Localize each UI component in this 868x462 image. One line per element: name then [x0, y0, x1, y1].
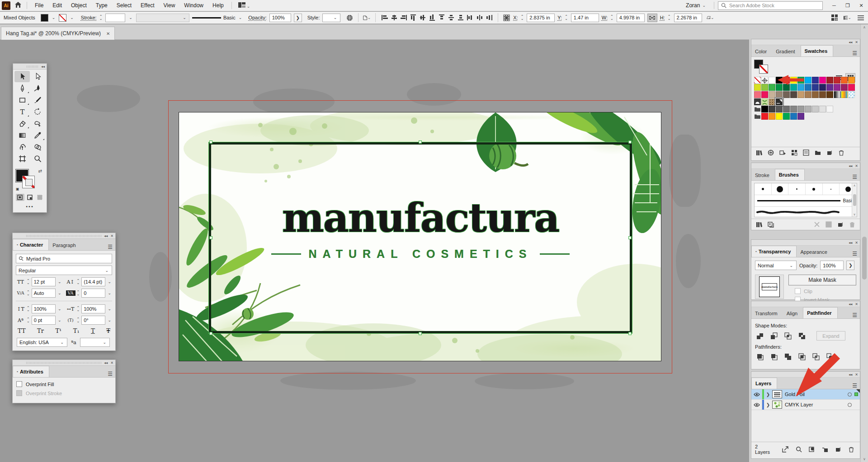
- layer-name[interactable]: Gold Foil: [785, 392, 848, 397]
- font-family-field[interactable]: Myriad Pro: [16, 254, 112, 263]
- swatch-grad-bw[interactable]: [834, 91, 840, 98]
- arrange-documents-icon[interactable]: ⌄: [844, 14, 851, 22]
- w-input[interactable]: 4.9978 in: [617, 14, 645, 22]
- swatch-00a651[interactable]: [783, 113, 790, 120]
- menu-view[interactable]: View: [160, 1, 179, 10]
- swatch-652d90[interactable]: [826, 84, 833, 91]
- object-thumbnail[interactable]: manufactura: [755, 275, 784, 299]
- horizontal-scale-field[interactable]: ↔T⌃⌄100%⌄: [66, 304, 113, 313]
- close-icon[interactable]: ✕: [110, 361, 113, 365]
- swatch-00a99d[interactable]: [790, 84, 797, 91]
- make-clipping-mask-icon[interactable]: [807, 445, 816, 453]
- swatch-2b3990[interactable]: [812, 84, 819, 91]
- swatch-cacaca[interactable]: [812, 106, 819, 112]
- delete-layer-icon[interactable]: [847, 445, 856, 453]
- dist-hleft-icon[interactable]: [466, 14, 474, 22]
- home-icon[interactable]: [15, 2, 21, 9]
- close-icon[interactable]: ✕: [855, 373, 858, 377]
- libraries-panel-icon[interactable]: [766, 220, 776, 229]
- tab-pathfinder[interactable]: Pathfinder: [803, 307, 837, 318]
- gradient-tool[interactable]: [14, 130, 30, 141]
- blend-mode-dropdown[interactable]: Normal⌄: [755, 261, 797, 270]
- swatch-9e1f63[interactable]: [841, 84, 848, 91]
- dist-vtop-icon[interactable]: [437, 14, 446, 22]
- swatch-e1e1e1[interactable]: [819, 106, 826, 112]
- new-brush-icon[interactable]: [835, 220, 845, 229]
- h-stepper[interactable]: ⌃⌄: [668, 15, 671, 20]
- new-sublayer-icon[interactable]: [820, 445, 830, 453]
- swatch-checker[interactable]: [848, 91, 855, 98]
- h-input[interactable]: 2.2678 in: [674, 14, 702, 22]
- swatch-6e6e6e[interactable]: [783, 106, 790, 112]
- swatch-fff200[interactable]: [790, 77, 797, 84]
- default-fill-stroke-icon[interactable]: ▣: [16, 187, 19, 191]
- x-input[interactable]: 2.8375 in: [527, 14, 555, 22]
- swatch-c69c6d[interactable]: [797, 91, 804, 98]
- swatch-f5f5f5[interactable]: [826, 106, 833, 112]
- close-icon[interactable]: ✕: [855, 40, 858, 44]
- close-document-icon[interactable]: ✕: [106, 31, 110, 36]
- swatch-009444[interactable]: [776, 84, 783, 91]
- swatch-folder[interactable]: [754, 106, 761, 112]
- opacity-label[interactable]: Opacity:: [248, 15, 266, 20]
- expand-layer-icon[interactable]: ❯: [764, 392, 772, 397]
- layer-row-gold-foil[interactable]: ❯ Gold Foil: [751, 389, 860, 400]
- fill-color-swatch[interactable]: [41, 14, 48, 22]
- zoom-tool[interactable]: [30, 153, 45, 164]
- eraser-tool[interactable]: [14, 118, 30, 129]
- menu-effect[interactable]: Effect: [137, 1, 158, 10]
- trim-button[interactable]: [769, 352, 779, 361]
- align-top-icon[interactable]: [409, 14, 417, 22]
- swatch-000000[interactable]: [761, 106, 768, 112]
- direct-selection-tool[interactable]: [30, 71, 45, 82]
- globe-icon[interactable]: [346, 14, 354, 22]
- menu-edit[interactable]: Edit: [48, 1, 66, 10]
- tracking-field[interactable]: VA⌃⌄0⌄: [66, 289, 113, 298]
- close-icon[interactable]: ✕: [855, 241, 858, 245]
- swatch-00aeef[interactable]: [805, 77, 811, 84]
- align-right-icon[interactable]: [399, 14, 408, 22]
- restore-button[interactable]: ❐: [841, 0, 854, 11]
- minimize-button[interactable]: ─: [827, 0, 841, 11]
- swatch-9e1f24[interactable]: [826, 77, 833, 84]
- unite-button[interactable]: [755, 331, 765, 341]
- brush-definition-dropdown[interactable]: Basic ⌄: [192, 15, 243, 20]
- swatch-26a9e0[interactable]: [797, 84, 804, 91]
- swatch-pat-dome[interactable]: [754, 98, 761, 105]
- swatch-ed1c24[interactable]: [761, 113, 768, 120]
- chevron-down-icon[interactable]: ⌄: [69, 15, 75, 20]
- collapse-icon[interactable]: ◂◂: [104, 234, 108, 238]
- edit-toolbar-more-icon[interactable]: •••: [13, 201, 47, 212]
- tab-transparency[interactable]: ⬩Transparency: [751, 246, 797, 257]
- panel-menu-icon[interactable]: ☰: [849, 383, 860, 389]
- canvas[interactable]: manufactura NATURAL COSMETICS ◂◂ T: [0, 40, 749, 462]
- swatch-2e3192[interactable]: [812, 77, 819, 84]
- swatch-reg[interactable]: [761, 77, 768, 84]
- calligraphic-brush[interactable]: [823, 183, 840, 195]
- swatch-f26522[interactable]: [841, 77, 848, 84]
- shaper-tool[interactable]: [30, 118, 45, 129]
- menu-object[interactable]: Object: [67, 1, 91, 10]
- opacity-input[interactable]: 100%: [820, 261, 844, 270]
- swatch-39b54a[interactable]: [769, 84, 775, 91]
- tab-stroke[interactable]: Stroke: [751, 170, 775, 180]
- tab-transform[interactable]: Transform: [751, 308, 783, 318]
- small-caps-button[interactable]: Tr: [37, 327, 44, 334]
- panel-menu-icon[interactable]: ☰: [105, 244, 115, 250]
- paintbrush-tool[interactable]: [30, 94, 45, 106]
- x-stepper[interactable]: ⌃⌄: [521, 15, 524, 20]
- stroke-weight-stepper[interactable]: ⌃⌄: [99, 15, 103, 20]
- selection-tool[interactable]: [14, 71, 30, 82]
- y-stepper[interactable]: ⌃⌄: [565, 15, 568, 20]
- dist-vcenter-icon[interactable]: [447, 14, 455, 22]
- charcoal-brush-row[interactable]: [755, 207, 857, 217]
- layer-target-icon[interactable]: [848, 403, 852, 407]
- document-setup-icon[interactable]: ⌄: [363, 14, 371, 22]
- exclude-button[interactable]: [797, 331, 807, 341]
- swatch-ec008c[interactable]: [819, 77, 826, 84]
- tab-character[interactable]: ⬩Character: [13, 239, 49, 250]
- curvature-tool[interactable]: [30, 83, 45, 94]
- new-color-group-icon[interactable]: [813, 149, 823, 157]
- swatch-f7941d[interactable]: [769, 113, 775, 120]
- swatch-ed145b[interactable]: [761, 91, 768, 98]
